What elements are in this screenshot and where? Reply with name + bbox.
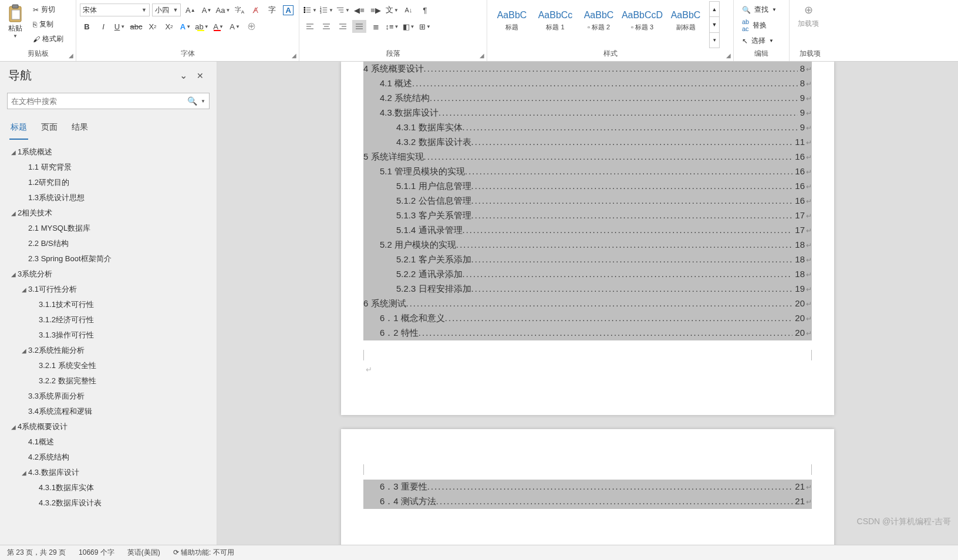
styles-launcher[interactable]: ◢ — [726, 52, 731, 59]
style-item[interactable]: AaBbCc标题 1 — [534, 4, 576, 38]
toc-entry[interactable]: 5.2.3 日程安排添加 19↵ — [363, 282, 812, 296]
toc-entry[interactable]: 5.1 管理员模块的实现 16↵ — [363, 164, 812, 179]
toc-entry[interactable]: 5.1.4 通讯录管理 17↵ — [363, 223, 812, 238]
superscript-button[interactable]: X2 — [162, 20, 176, 33]
tree-item[interactable]: ◢3.1可行性分析 — [6, 282, 213, 297]
toc-entry[interactable]: 6．1 概念和意义 20↵ — [363, 311, 812, 326]
borders-button[interactable]: ⊞▼ — [418, 20, 432, 33]
toc-entry[interactable]: 5.1.2 公告信息管理 16↵ — [363, 194, 812, 208]
align-right-button[interactable] — [336, 20, 350, 33]
toc-entry[interactable]: 6．4 测试方法 21↵ — [363, 494, 812, 509]
toc-entry[interactable]: 5.2.2 通讯录添加 18↵ — [363, 267, 812, 282]
tree-item[interactable]: ◢3.2系统性能分析 — [6, 343, 213, 358]
style-item[interactable]: AaBbCcD▫ 标题 3 — [621, 4, 663, 38]
status-words[interactable]: 10669 个字 — [79, 548, 114, 558]
gallery-up-button[interactable]: ▲ — [710, 2, 719, 17]
text-direction-button[interactable]: 文▼ — [385, 4, 399, 16]
tree-item[interactable]: 3.1.2经济可行性 — [6, 312, 213, 328]
line-spacing-button[interactable]: ↕≡▼ — [385, 20, 399, 33]
phonetic-guide-button[interactable]: 字A — [232, 4, 247, 16]
clear-formatting-button[interactable]: A̸ — [249, 4, 263, 16]
tree-item[interactable]: ◢1系统概述 — [6, 144, 213, 160]
toc-entry[interactable]: 4.1 概述 8↵ — [363, 76, 812, 91]
tree-item[interactable]: ◢2相关技术 — [6, 205, 213, 221]
font-family-combo[interactable]: 宋体▼ — [80, 4, 150, 16]
align-center-button[interactable] — [319, 20, 333, 33]
tree-item[interactable]: 4.3.1数据库实体 — [6, 480, 213, 495]
status-page[interactable]: 第 23 页，共 29 页 — [7, 548, 66, 558]
tree-item[interactable]: 1.1 研究背景 — [6, 160, 213, 175]
paste-button[interactable]: 粘贴 ▼ — [2, 1, 28, 41]
toc-entry[interactable]: 5 系统详细实现 16↵ — [363, 150, 812, 164]
select-button[interactable]: ↖选择▼ — [740, 35, 779, 47]
change-case-button[interactable]: Aa▼ — [216, 4, 230, 16]
style-item[interactable]: AaBbC副标题 — [664, 4, 707, 38]
style-item[interactable]: AaBbC▫ 标题 2 — [578, 4, 620, 38]
toc-entry[interactable]: 5.2.1 客户关系添加 18↵ — [363, 252, 812, 267]
toc-entry[interactable]: 4 系统概要设计 8↵ — [363, 62, 812, 76]
show-marks-button[interactable]: ¶ — [418, 4, 432, 16]
toc-entry[interactable]: 6 系统测试 20↵ — [363, 296, 812, 311]
tree-item[interactable]: 2.1 MYSQL数据库 — [6, 221, 213, 236]
tree-item[interactable]: ◢4.3.数据库设计 — [6, 465, 213, 480]
toc-entry[interactable]: 5.1.1 用户信息管理 16↵ — [363, 179, 812, 194]
toc-entry[interactable]: 4.3.1 数据库实体 9↵ — [363, 120, 812, 135]
nav-tree[interactable]: ◢1系统概述1.1 研究背景1.2研究目的1.3系统设计思想◢2相关技术2.1 … — [0, 140, 217, 545]
copy-button[interactable]: ⎘复制 — [31, 18, 66, 31]
decrease-indent-button[interactable]: ◀≡ — [352, 4, 366, 16]
font-size-combo[interactable]: 小四▼ — [152, 4, 181, 16]
tree-item[interactable]: 3.2.1 系统安全性 — [6, 358, 213, 373]
highlight-button[interactable]: ab▼ — [195, 20, 209, 33]
char-shading-button[interactable]: A▼ — [228, 20, 242, 33]
shading-button[interactable]: ◧▼ — [402, 20, 416, 33]
gallery-more-button[interactable]: ▾ — [710, 33, 719, 48]
status-accessibility[interactable]: ⟳ 辅助功能: 不可用 — [173, 548, 234, 558]
numbering-button[interactable]: 123▼ — [319, 4, 333, 16]
clipboard-launcher[interactable]: ◢ — [69, 52, 73, 59]
tab-headings[interactable]: 标题 — [9, 119, 28, 140]
document-area[interactable]: 4 系统概要设计 8↵4.1 概述 8↵4.2 系统结构 9↵4.3.数据库设计… — [217, 62, 958, 545]
find-button[interactable]: 🔍查找▼ — [740, 4, 779, 16]
tree-item[interactable]: 4.2系统结构 — [6, 450, 213, 465]
tree-item[interactable]: 3.4系统流程和逻辑 — [6, 404, 213, 419]
underline-button[interactable]: U▼ — [113, 20, 127, 33]
tree-item[interactable]: 3.3系统界面分析 — [6, 389, 213, 404]
toc-entry[interactable]: 6．2 特性 20↵ — [363, 326, 812, 340]
align-justify-button[interactable] — [352, 20, 366, 33]
toc-entry[interactable]: 4.3.数据库设计 9↵ — [363, 106, 812, 120]
sort-button[interactable]: A↓ — [402, 4, 416, 16]
strike-button[interactable]: abc — [129, 20, 143, 33]
toc-entry[interactable]: 4.3.2 数据库设计表 11↵ — [363, 135, 812, 150]
bold-button[interactable]: B — [80, 20, 94, 33]
tree-item[interactable]: ◢4系统概要设计 — [6, 419, 213, 434]
paragraph-launcher[interactable]: ◢ — [480, 52, 484, 59]
multilevel-button[interactable]: ▼ — [336, 4, 350, 16]
shrink-font-button[interactable]: A▼ — [200, 4, 214, 16]
subscript-button[interactable]: X2 — [146, 20, 160, 33]
font-color-button[interactable]: A▼ — [211, 20, 225, 33]
toc-entry[interactable]: 4.2 系统结构 9↵ — [363, 91, 812, 106]
status-language[interactable]: 英语(美国) — [127, 548, 160, 558]
tree-item[interactable]: 2.3 Spring Boot框架简介 — [6, 251, 213, 266]
toc-entry[interactable]: 5.1.3 客户关系管理 17↵ — [363, 208, 812, 223]
tree-item[interactable]: 4.3.2数据库设计表 — [6, 495, 213, 511]
enclose-char-button[interactable]: ㊥ — [244, 20, 258, 33]
nav-search-box[interactable]: 🔍▼ — [7, 93, 210, 109]
replace-button[interactable]: abac替换 — [740, 17, 779, 33]
search-icon[interactable]: 🔍 — [185, 96, 200, 106]
bullets-button[interactable]: ▼ — [303, 4, 317, 16]
tree-item[interactable]: 2.2 B/S结构 — [6, 236, 213, 251]
distributed-button[interactable]: ≣ — [369, 20, 383, 33]
tree-item[interactable]: ◢3系统分析 — [6, 266, 213, 282]
tree-item[interactable]: 1.3系统设计思想 — [6, 190, 213, 205]
tree-item[interactable]: 1.2研究目的 — [6, 175, 213, 190]
enclose-button[interactable]: 字 — [265, 4, 279, 16]
format-painter-button[interactable]: 🖌格式刷 — [31, 33, 66, 45]
nav-close-button[interactable]: ✕ — [192, 69, 208, 83]
italic-button[interactable]: I — [96, 20, 110, 33]
tree-item[interactable]: 3.2.2 数据完整性 — [6, 373, 213, 389]
toc-entry[interactable]: 5.2 用户模块的实现18↵ — [363, 238, 812, 252]
cut-button[interactable]: ✂剪切 — [31, 4, 66, 16]
addins-button[interactable]: ⊕ 加载项 — [792, 1, 825, 31]
search-input[interactable] — [11, 97, 185, 106]
